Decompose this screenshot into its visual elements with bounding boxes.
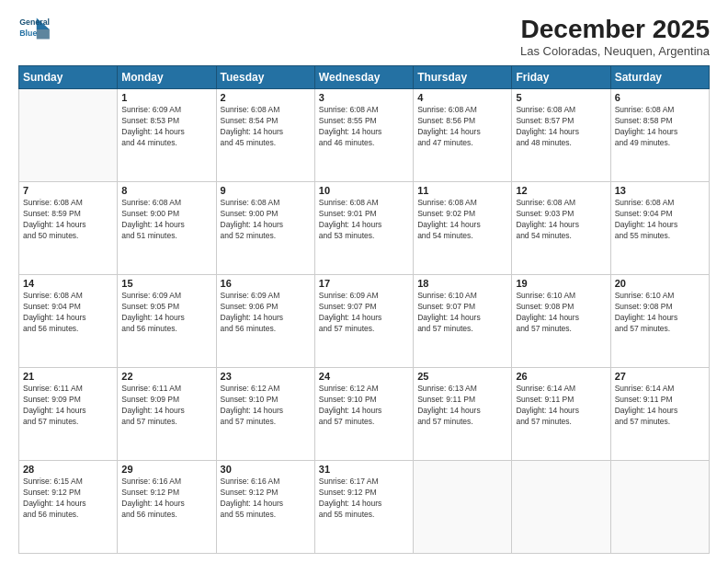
calendar-cell: 21Sunrise: 6:11 AM Sunset: 9:09 PM Dayli… (19, 368, 118, 461)
calendar-week-1: 1Sunrise: 6:09 AM Sunset: 8:53 PM Daylig… (19, 89, 710, 182)
cell-info: Sunrise: 6:16 AM Sunset: 9:12 PM Dayligh… (221, 477, 311, 521)
calendar-cell: 28Sunrise: 6:15 AM Sunset: 9:12 PM Dayli… (19, 461, 118, 554)
cell-info: Sunrise: 6:08 AM Sunset: 8:54 PM Dayligh… (221, 105, 311, 149)
day-number: 25 (417, 371, 507, 382)
cell-info: Sunrise: 6:15 AM Sunset: 9:12 PM Dayligh… (23, 477, 113, 521)
calendar-cell: 11Sunrise: 6:08 AM Sunset: 9:02 PM Dayli… (414, 182, 512, 275)
calendar-cell: 29Sunrise: 6:16 AM Sunset: 9:12 PM Dayli… (118, 461, 216, 554)
calendar-cell: 9Sunrise: 6:08 AM Sunset: 9:00 PM Daylig… (216, 182, 314, 275)
calendar-week-2: 7Sunrise: 6:08 AM Sunset: 8:59 PM Daylig… (19, 182, 710, 275)
calendar-cell: 26Sunrise: 6:14 AM Sunset: 9:11 PM Dayli… (512, 368, 610, 461)
calendar-cell: 17Sunrise: 6:09 AM Sunset: 9:07 PM Dayli… (314, 275, 413, 368)
day-number: 30 (221, 464, 311, 475)
day-number: 24 (319, 371, 409, 382)
calendar-cell: 31Sunrise: 6:17 AM Sunset: 9:12 PM Dayli… (314, 461, 413, 554)
calendar-cell (19, 89, 118, 182)
calendar-cell: 6Sunrise: 6:08 AM Sunset: 8:58 PM Daylig… (610, 89, 709, 182)
day-number: 2 (221, 92, 311, 103)
calendar-header-monday: Monday (118, 66, 216, 89)
day-number: 5 (516, 92, 606, 103)
main-title: December 2025 (520, 15, 710, 44)
cell-info: Sunrise: 6:09 AM Sunset: 8:53 PM Dayligh… (121, 105, 211, 149)
calendar-cell: 16Sunrise: 6:09 AM Sunset: 9:06 PM Dayli… (216, 275, 314, 368)
calendar-cell: 13Sunrise: 6:08 AM Sunset: 9:04 PM Dayli… (610, 182, 709, 275)
calendar-cell: 2Sunrise: 6:08 AM Sunset: 8:54 PM Daylig… (216, 89, 314, 182)
calendar-cell: 7Sunrise: 6:08 AM Sunset: 8:59 PM Daylig… (19, 182, 118, 275)
day-number: 23 (221, 371, 311, 382)
calendar-cell: 8Sunrise: 6:08 AM Sunset: 9:00 PM Daylig… (118, 182, 216, 275)
cell-info: Sunrise: 6:08 AM Sunset: 9:02 PM Dayligh… (417, 198, 507, 242)
cell-info: Sunrise: 6:14 AM Sunset: 9:11 PM Dayligh… (615, 384, 705, 428)
calendar-cell: 24Sunrise: 6:12 AM Sunset: 9:10 PM Dayli… (314, 368, 413, 461)
day-number: 16 (221, 278, 311, 289)
page: General Blue December 2025 Las Coloradas… (0, 0, 728, 563)
calendar-week-5: 28Sunrise: 6:15 AM Sunset: 9:12 PM Dayli… (19, 461, 710, 554)
day-number: 18 (417, 278, 507, 289)
day-number: 20 (615, 278, 705, 289)
svg-marker-2 (37, 29, 50, 40)
calendar-cell (414, 461, 512, 554)
cell-info: Sunrise: 6:16 AM Sunset: 9:12 PM Dayligh… (121, 477, 211, 521)
cell-info: Sunrise: 6:08 AM Sunset: 8:56 PM Dayligh… (417, 105, 507, 149)
subtitle: Las Coloradas, Neuquen, Argentina (520, 44, 710, 58)
cell-info: Sunrise: 6:09 AM Sunset: 9:06 PM Dayligh… (221, 291, 311, 335)
cell-info: Sunrise: 6:12 AM Sunset: 9:10 PM Dayligh… (319, 384, 409, 428)
calendar-header-friday: Friday (512, 66, 610, 89)
svg-text:General: General (19, 17, 50, 27)
cell-info: Sunrise: 6:08 AM Sunset: 9:04 PM Dayligh… (23, 291, 113, 335)
calendar-cell: 15Sunrise: 6:09 AM Sunset: 9:05 PM Dayli… (118, 275, 216, 368)
cell-info: Sunrise: 6:10 AM Sunset: 9:08 PM Dayligh… (516, 291, 606, 335)
cell-info: Sunrise: 6:08 AM Sunset: 9:03 PM Dayligh… (516, 198, 606, 242)
calendar-cell: 30Sunrise: 6:16 AM Sunset: 9:12 PM Dayli… (216, 461, 314, 554)
calendar-cell: 14Sunrise: 6:08 AM Sunset: 9:04 PM Dayli… (19, 275, 118, 368)
calendar-cell (512, 461, 610, 554)
day-number: 4 (417, 92, 507, 103)
cell-info: Sunrise: 6:09 AM Sunset: 9:07 PM Dayligh… (319, 291, 409, 335)
day-number: 11 (417, 185, 507, 196)
calendar-cell: 27Sunrise: 6:14 AM Sunset: 9:11 PM Dayli… (610, 368, 709, 461)
calendar-cell: 20Sunrise: 6:10 AM Sunset: 9:08 PM Dayli… (610, 275, 709, 368)
day-number: 29 (121, 464, 211, 475)
day-number: 14 (23, 278, 113, 289)
day-number: 6 (615, 92, 705, 103)
cell-info: Sunrise: 6:08 AM Sunset: 9:00 PM Dayligh… (221, 198, 311, 242)
cell-info: Sunrise: 6:08 AM Sunset: 8:55 PM Dayligh… (319, 105, 409, 149)
cell-info: Sunrise: 6:10 AM Sunset: 9:07 PM Dayligh… (417, 291, 507, 335)
calendar-header-saturday: Saturday (610, 66, 709, 89)
day-number: 22 (121, 371, 211, 382)
day-number: 12 (516, 185, 606, 196)
day-number: 17 (319, 278, 409, 289)
calendar-header-wednesday: Wednesday (314, 66, 413, 89)
day-number: 28 (23, 464, 113, 475)
day-number: 26 (516, 371, 606, 382)
calendar-cell: 18Sunrise: 6:10 AM Sunset: 9:07 PM Dayli… (414, 275, 512, 368)
calendar-cell: 3Sunrise: 6:08 AM Sunset: 8:55 PM Daylig… (314, 89, 413, 182)
calendar-cell: 19Sunrise: 6:10 AM Sunset: 9:08 PM Dayli… (512, 275, 610, 368)
day-number: 8 (121, 185, 211, 196)
day-number: 9 (221, 185, 311, 196)
day-number: 7 (23, 185, 113, 196)
calendar-week-4: 21Sunrise: 6:11 AM Sunset: 9:09 PM Dayli… (19, 368, 710, 461)
calendar-cell: 22Sunrise: 6:11 AM Sunset: 9:09 PM Dayli… (118, 368, 216, 461)
cell-info: Sunrise: 6:08 AM Sunset: 8:58 PM Dayligh… (615, 105, 705, 149)
cell-info: Sunrise: 6:08 AM Sunset: 9:00 PM Dayligh… (121, 198, 211, 242)
calendar-cell: 4Sunrise: 6:08 AM Sunset: 8:56 PM Daylig… (414, 89, 512, 182)
calendar-cell: 1Sunrise: 6:09 AM Sunset: 8:53 PM Daylig… (118, 89, 216, 182)
day-number: 15 (121, 278, 211, 289)
calendar-cell: 25Sunrise: 6:13 AM Sunset: 9:11 PM Dayli… (414, 368, 512, 461)
day-number: 10 (319, 185, 409, 196)
calendar-header-thursday: Thursday (414, 66, 512, 89)
calendar-cell: 12Sunrise: 6:08 AM Sunset: 9:03 PM Dayli… (512, 182, 610, 275)
cell-info: Sunrise: 6:12 AM Sunset: 9:10 PM Dayligh… (221, 384, 311, 428)
title-block: December 2025 Las Coloradas, Neuquen, Ar… (520, 15, 710, 58)
cell-info: Sunrise: 6:08 AM Sunset: 9:01 PM Dayligh… (319, 198, 409, 242)
cell-info: Sunrise: 6:14 AM Sunset: 9:11 PM Dayligh… (516, 384, 606, 428)
day-number: 21 (23, 371, 113, 382)
calendar-header-tuesday: Tuesday (216, 66, 314, 89)
calendar-cell: 10Sunrise: 6:08 AM Sunset: 9:01 PM Dayli… (314, 182, 413, 275)
cell-info: Sunrise: 6:09 AM Sunset: 9:05 PM Dayligh… (121, 291, 211, 335)
day-number: 31 (319, 464, 409, 475)
day-number: 27 (615, 371, 705, 382)
cell-info: Sunrise: 6:17 AM Sunset: 9:12 PM Dayligh… (319, 477, 409, 521)
cell-info: Sunrise: 6:11 AM Sunset: 9:09 PM Dayligh… (23, 384, 113, 428)
